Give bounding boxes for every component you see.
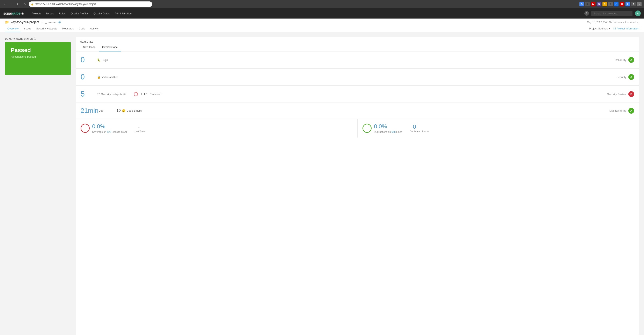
nav-projects[interactable]: Projects	[29, 8, 44, 19]
ext-icon-8: U	[620, 2, 624, 6]
url-text: http://127.0.0.1:8084/dashboard?id=key-f…	[35, 3, 96, 6]
bugs-rating: Reliability A	[615, 57, 634, 63]
coverage-cell: 0.0% Coverage on 120 Lines to cover - Un…	[76, 119, 357, 137]
nav-quality-gates[interactable]: Quality Gates	[91, 8, 112, 19]
quality-gate-info-icon[interactable]: ⓘ	[34, 37, 36, 40]
duplicated-blocks-count: 0	[413, 123, 429, 130]
reliability-rating-badge: A	[628, 57, 634, 63]
quality-gate-status: Passed	[11, 47, 65, 54]
coverage-lines-suffix: Lines to cover	[112, 130, 127, 133]
logo[interactable]: sonarqube ◈	[3, 11, 24, 16]
logo-text: sonarqube ◈	[3, 11, 24, 16]
debt-value[interactable]: 21min	[80, 107, 98, 114]
back-button[interactable]: ←	[2, 2, 8, 7]
code-smells-count: 10	[116, 108, 121, 113]
sub-nav-right: Project Settings ▾ ☷ Project Information	[589, 27, 639, 30]
tab-new-code[interactable]: New Code	[80, 43, 99, 52]
quality-gate-subtitle: All conditions passed.	[11, 55, 65, 58]
unit-tests-value: -	[138, 123, 145, 130]
help-button[interactable]: ?	[584, 11, 589, 16]
coverage-lines-count[interactable]: 120	[107, 130, 111, 133]
tab-activity[interactable]: Activity	[88, 25, 101, 32]
project-information-link[interactable]: ☷ Project Information	[613, 27, 639, 30]
duplication-sub: Duplications on 668 Lines	[374, 130, 402, 133]
nav-rules[interactable]: Rules	[56, 8, 68, 19]
measures-label: MEASURES	[76, 37, 639, 43]
hotspots-rating: Security Review E	[607, 91, 634, 97]
coverage-lines-label: Coverage on	[92, 130, 106, 133]
browser-extension-icons: G ★ ▶ S S ☆ □ U L ⚙ ≡	[580, 2, 642, 6]
shield-icon: 🛡	[97, 92, 100, 96]
duplication-circle-indicator	[362, 124, 372, 133]
home-button[interactable]: ⌂	[22, 2, 27, 7]
forward-button[interactable]: →	[9, 2, 14, 7]
duplication-lines-count[interactable]: 668	[392, 130, 396, 133]
code-smells-icon: 😠	[122, 109, 126, 112]
duplication-pct[interactable]: 0.0%	[374, 123, 402, 130]
ext-icon-4: S	[597, 2, 601, 6]
add-branch-icon[interactable]: ⊕	[58, 20, 61, 24]
coverage-sub: Coverage on 120 Lines to cover	[92, 130, 127, 133]
search-input[interactable]	[591, 11, 632, 16]
security-review-rating-badge: E	[628, 91, 634, 97]
ext-icon-2: ★	[585, 2, 590, 6]
tab-overview[interactable]: Overview	[5, 25, 21, 32]
bugs-metric-row: 0 🐛 Bugs Reliability A	[76, 52, 639, 69]
duplication-cell: 0.0% Duplications on 668 Lines 0 Duplica…	[357, 119, 639, 137]
refresh-button[interactable]: ↻	[16, 2, 20, 7]
tab-security-hotspots[interactable]: Security Hotspots	[34, 25, 60, 32]
reliability-label: Reliability	[615, 59, 626, 62]
tab-measures[interactable]: Measures	[60, 25, 76, 32]
security-review-label: Security Review	[607, 93, 626, 96]
url-bar[interactable]: 🔒 http://127.0.0.1:8084/dashboard?id=key…	[29, 2, 152, 7]
duplication-lines-suffix: Lines	[396, 130, 402, 133]
project-home-icon[interactable]: ⌂	[638, 21, 639, 24]
project-header: 📁 key-for-your-project ☆ ⎯ master ⊕ May …	[0, 19, 644, 32]
favorite-star-icon[interactable]: ☆	[41, 21, 44, 24]
hotspots-reviewed-pct: 0.0%	[140, 92, 148, 96]
bugs-label: Bugs	[102, 59, 108, 62]
hotspots-circle-indicator	[134, 92, 138, 96]
project-information-label: Project Information	[617, 27, 639, 30]
tab-code[interactable]: Code	[76, 25, 88, 32]
left-panel: QUALITY GATE STATUS ⓘ Passed All conditi…	[5, 37, 71, 335]
nav-right: ? A	[584, 11, 641, 16]
vulnerabilities-count[interactable]: 0	[80, 73, 97, 81]
tab-overall-code[interactable]: Overall Code	[99, 43, 121, 52]
ext-icon-9: L	[626, 2, 630, 6]
hotspots-label-group: 🛡 Security Hotspots ⓘ	[97, 92, 126, 96]
ext-icon-1: G	[580, 2, 584, 6]
hotspots-reviewed-group: 0.0% Reviewed	[134, 92, 162, 96]
branch-name: master	[48, 21, 57, 24]
tab-issues[interactable]: Issues	[21, 25, 34, 32]
vulnerabilities-label-group: 🔒 Vulnerabilities	[97, 75, 118, 79]
lock-icon: 🔒	[97, 75, 100, 79]
bugs-count[interactable]: 0	[80, 56, 97, 64]
duplication-metrics: 0.0% Duplications on 668 Lines	[374, 123, 402, 133]
project-name[interactable]: key-for-your-project	[11, 20, 39, 24]
nav-administration[interactable]: Administration	[112, 8, 134, 19]
unit-tests-label: Unit Tests	[134, 130, 145, 133]
sub-navigation: Overview Issues Security Hotspots Measur…	[5, 25, 639, 32]
hotspots-info-icon[interactable]: ⓘ	[123, 93, 126, 96]
project-meta: May 15, 2022, 2:48 AM Version not provid…	[587, 21, 639, 24]
debt-label-group: Debt	[98, 109, 104, 112]
bugs-label-group: 🐛 Bugs	[97, 58, 108, 62]
code-smells-group: 10 😠 Code Smells	[116, 108, 142, 113]
nav-issues[interactable]: Issues	[44, 8, 56, 19]
quality-gate-label: QUALITY GATE STATUS ⓘ	[5, 37, 71, 40]
coverage-duplication-row: 0.0% Coverage on 120 Lines to cover - Un…	[76, 119, 639, 137]
project-settings-link[interactable]: Project Settings ▾	[589, 27, 610, 30]
nav-quality-profiles[interactable]: Quality Profiles	[68, 8, 91, 19]
ext-icon-7: □	[614, 2, 618, 6]
maintainability-rating-badge: A	[628, 108, 634, 114]
main-content: QUALITY GATE STATUS ⓘ Passed All conditi…	[0, 32, 644, 335]
user-avatar-button[interactable]: A	[635, 11, 641, 16]
maintainability-label: Maintainability	[610, 109, 626, 112]
project-folder-icon: 📁	[5, 20, 9, 24]
code-smells-label: Code Smells	[127, 109, 142, 112]
coverage-pct[interactable]: 0.0%	[92, 123, 127, 130]
ext-icon-3: ▶	[591, 2, 596, 6]
hotspots-count[interactable]: 5	[80, 90, 97, 98]
security-label: Security	[617, 76, 626, 79]
